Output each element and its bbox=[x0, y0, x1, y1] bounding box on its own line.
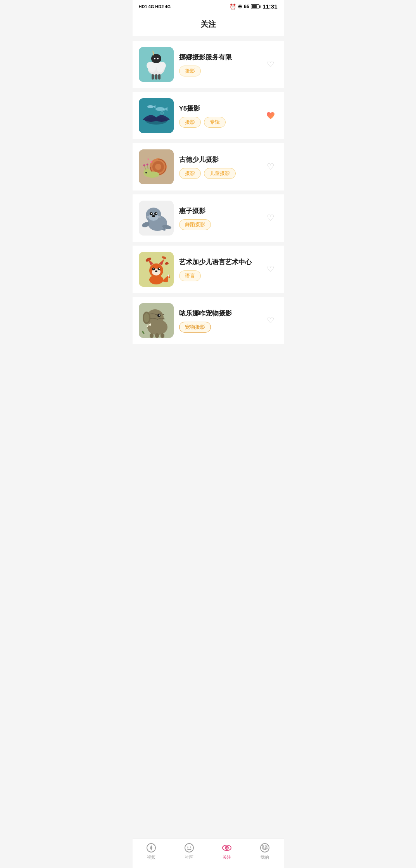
svg-point-82 bbox=[263, 848, 264, 849]
battery-level: 65 bbox=[244, 3, 249, 9]
list-item[interactable]: Y5摄影 摄影 专辑 bbox=[133, 92, 284, 139]
tag: 摄影 bbox=[179, 117, 201, 128]
heart-button[interactable]: ♡ bbox=[264, 57, 278, 71]
svg-point-58 bbox=[155, 270, 157, 272]
svg-point-84 bbox=[262, 845, 264, 847]
avatar bbox=[139, 47, 174, 82]
svg-point-74 bbox=[187, 847, 188, 848]
alarm-icon: ⏰ bbox=[230, 3, 236, 10]
svg-point-63 bbox=[144, 313, 149, 322]
svg-point-39 bbox=[155, 213, 157, 214]
heart-outline-icon: ♡ bbox=[267, 213, 274, 223]
svg-point-56 bbox=[153, 268, 154, 269]
pig-icon bbox=[260, 843, 270, 853]
svg-point-85 bbox=[266, 845, 267, 847]
card-name: Y5摄影 bbox=[179, 104, 258, 113]
card-info: 惠子摄影 舞蹈摄影 bbox=[179, 206, 258, 230]
svg-rect-12 bbox=[158, 74, 161, 80]
card-name: 挪娜摄影服务有限 bbox=[179, 53, 258, 62]
bottom-nav: 视频 社区 关注 我的 bbox=[133, 839, 284, 868]
heart-outline-icon: ♡ bbox=[267, 162, 274, 172]
nav-label-community: 社区 bbox=[185, 854, 193, 860]
svg-point-38 bbox=[151, 213, 152, 214]
list-item[interactable]: ♥ ♥ 古德少儿摄影 摄影 儿童摄影 ♡ bbox=[133, 143, 284, 191]
tag: 舞蹈摄影 bbox=[179, 219, 211, 230]
avatar bbox=[139, 303, 174, 338]
svg-point-5 bbox=[149, 65, 156, 72]
svg-point-55 bbox=[157, 268, 160, 270]
svg-point-73 bbox=[185, 844, 193, 852]
nav-item-community[interactable]: 社区 bbox=[178, 843, 201, 860]
tag-list: 舞蹈摄影 bbox=[179, 219, 258, 230]
status-left: HD1 4G HD2 4G bbox=[139, 4, 171, 9]
heart-button[interactable] bbox=[264, 109, 278, 123]
svg-rect-68 bbox=[161, 333, 164, 338]
card-name: 哝乐娜咋宠物摄影 bbox=[179, 309, 258, 318]
svg-point-78 bbox=[226, 847, 228, 849]
tag-list: 摄影 专辑 bbox=[179, 117, 258, 128]
heart-outline-icon: ♡ bbox=[267, 264, 274, 274]
tag: 摄影 bbox=[179, 66, 201, 76]
card-info: 古德少儿摄影 摄影 儿童摄影 bbox=[179, 155, 258, 179]
svg-point-27 bbox=[143, 165, 145, 166]
tag-list: 语言 bbox=[179, 270, 258, 281]
heart-button[interactable]: ♡ bbox=[264, 314, 278, 327]
svg-point-22 bbox=[155, 164, 161, 170]
card-info: Y5摄影 摄影 专辑 bbox=[179, 104, 258, 128]
bluetooth-icon: ✳ bbox=[238, 3, 242, 10]
svg-rect-11 bbox=[155, 74, 157, 80]
svg-rect-66 bbox=[150, 333, 154, 338]
status-bar: HD1 4G HD2 4G ⏰ ✳ 65 11:31 bbox=[133, 0, 284, 13]
nav-label-mine: 我的 bbox=[261, 854, 269, 860]
avatar bbox=[139, 252, 174, 287]
heart-button[interactable]: ♡ bbox=[264, 211, 278, 225]
avatar: ♥ ♥ bbox=[139, 149, 174, 184]
tag-list: 摄影 bbox=[179, 66, 258, 76]
avatar bbox=[139, 201, 174, 236]
time-display: 11:31 bbox=[262, 3, 277, 10]
list-item[interactable]: 惠子摄影 舞蹈摄影 ♡ bbox=[133, 194, 284, 242]
tag-list: 摄影 儿童摄影 bbox=[179, 168, 258, 179]
svg-text:♥: ♥ bbox=[147, 158, 149, 161]
signal-text: HD1 4G HD2 4G bbox=[139, 4, 171, 9]
svg-point-54 bbox=[152, 268, 155, 270]
nav-item-mine[interactable]: 我的 bbox=[253, 843, 276, 860]
list-item[interactable]: 挪娜摄影服务有限 摄影 ♡ bbox=[133, 41, 284, 88]
svg-point-83 bbox=[266, 848, 267, 849]
svg-point-72 bbox=[150, 847, 152, 849]
tag: 宠物摄影 bbox=[179, 322, 211, 333]
heart-filled-icon bbox=[266, 111, 276, 121]
nav-item-follow[interactable]: 关注 bbox=[215, 843, 238, 860]
list-item[interactable]: 艺术加少儿语言艺术中心 语言 ♡ bbox=[133, 246, 284, 293]
heart-outline-icon: ♡ bbox=[267, 315, 274, 326]
svg-point-8 bbox=[154, 58, 155, 59]
card-info: 哝乐娜咋宠物摄影 宠物摄影 bbox=[179, 309, 258, 333]
card-name: 惠子摄影 bbox=[179, 206, 258, 215]
svg-point-7 bbox=[151, 54, 161, 63]
card-name: 艺术加少儿语言艺术中心 bbox=[179, 258, 258, 267]
tag: 儿童摄影 bbox=[204, 168, 236, 179]
svg-point-29 bbox=[145, 172, 147, 173]
svg-point-24 bbox=[143, 169, 151, 177]
svg-point-40 bbox=[152, 215, 155, 217]
svg-point-9 bbox=[157, 58, 159, 59]
tag: 摄影 bbox=[179, 168, 201, 179]
heart-button[interactable]: ♡ bbox=[264, 262, 278, 276]
compass-icon bbox=[146, 843, 156, 853]
heart-button[interactable]: ♡ bbox=[264, 160, 278, 174]
svg-rect-67 bbox=[155, 333, 159, 338]
list-item[interactable]: 哝乐娜咋宠物摄影 宠物摄影 ♡ bbox=[133, 297, 284, 344]
heart-outline-icon: ♡ bbox=[267, 59, 274, 69]
avatar bbox=[139, 98, 174, 133]
content-area: 挪娜摄影服务有限 摄影 ♡ bbox=[133, 36, 284, 384]
svg-point-16 bbox=[147, 105, 154, 108]
svg-point-79 bbox=[261, 844, 269, 852]
tag: 专辑 bbox=[204, 117, 226, 128]
status-right: ⏰ ✳ 65 11:31 bbox=[230, 3, 278, 10]
svg-rect-13 bbox=[139, 98, 174, 133]
nav-item-video[interactable]: 视频 bbox=[140, 843, 163, 860]
nav-label-video: 视频 bbox=[147, 854, 155, 860]
page-title: 关注 bbox=[133, 13, 284, 36]
svg-point-28 bbox=[146, 164, 148, 166]
tag-list: 宠物摄影 bbox=[179, 322, 258, 333]
